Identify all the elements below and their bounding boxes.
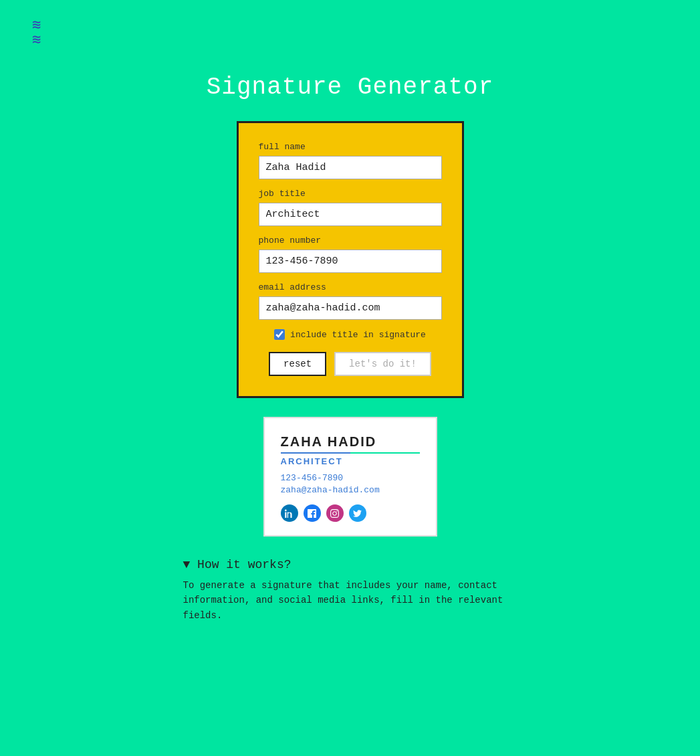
- email-input[interactable]: [259, 296, 442, 320]
- email-field-group: email address: [259, 282, 442, 320]
- phone-input[interactable]: [259, 250, 442, 273]
- linkedin-icon[interactable]: [281, 504, 298, 522]
- job-title-label: job title: [259, 189, 442, 199]
- submit-button[interactable]: let's do it!: [334, 352, 431, 376]
- sig-title-underline: [281, 452, 420, 454]
- phone-label: phone number: [259, 235, 442, 246]
- job-title-input[interactable]: [259, 203, 442, 226]
- full-name-label: full name: [259, 142, 442, 152]
- signature-card: ZAHA HADID ARCHITECT 123-456-7890 zaha@z…: [263, 417, 437, 537]
- button-row: reset let's do it!: [259, 352, 442, 376]
- sig-social-icons: [281, 504, 420, 522]
- include-title-label: include title in signature: [290, 330, 426, 340]
- how-it-works-title[interactable]: ▼ How it works?: [183, 558, 517, 571]
- sig-title: ARCHITECT: [281, 456, 420, 466]
- form-card: full name job title phone number email a…: [237, 121, 464, 398]
- email-label: email address: [259, 282, 442, 292]
- full-name-field-group: full name: [259, 142, 442, 179]
- job-title-field-group: job title: [259, 189, 442, 226]
- instagram-icon[interactable]: [326, 504, 344, 522]
- reset-button[interactable]: reset: [269, 352, 326, 376]
- sig-email: zaha@zaha-hadid.com: [281, 485, 420, 495]
- facebook-icon[interactable]: [304, 504, 321, 522]
- twitter-icon[interactable]: [349, 504, 366, 522]
- sig-phone: 123-456-7890: [281, 473, 420, 483]
- logo-icon: ≋≋: [32, 19, 39, 48]
- sig-name: ZAHA HADID: [281, 434, 420, 450]
- include-title-row: include title in signature: [259, 329, 442, 340]
- how-it-works-section: ▼ How it works? To generate a signature …: [183, 558, 517, 650]
- page-title: Signature Generator: [0, 0, 700, 101]
- include-title-checkbox[interactable]: [274, 329, 285, 340]
- phone-field-group: phone number: [259, 235, 442, 273]
- full-name-input[interactable]: [259, 156, 442, 179]
- how-it-works-text: To generate a signature that includes yo…: [183, 578, 517, 623]
